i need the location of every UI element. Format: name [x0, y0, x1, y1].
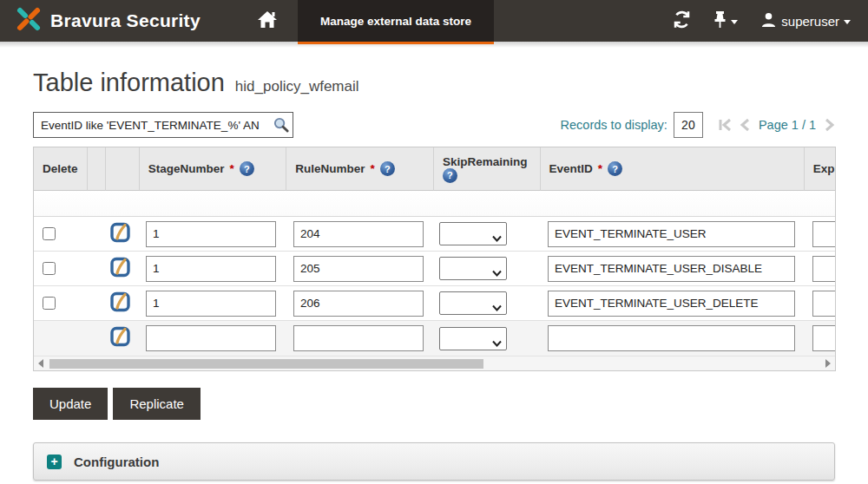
filter-search-input[interactable]: [33, 112, 293, 138]
scrollbar-track[interactable]: [48, 356, 821, 371]
brand[interactable]: Bravura Security: [0, 0, 201, 42]
header-delete: Delete: [34, 147, 88, 191]
data-table: Delete StageNumber * ? RuleNumber * ? Sk…: [33, 147, 836, 371]
required-marker: *: [598, 162, 602, 175]
brand-name: Bravura Security: [50, 10, 201, 31]
configuration-section-header[interactable]: + Configuration: [33, 442, 835, 481]
header-skipremaining: SkipRemaining ?: [434, 147, 541, 191]
skipremaining-select[interactable]: [439, 222, 507, 245]
help-icon[interactable]: ?: [443, 168, 457, 183]
edit-row-icon[interactable]: [110, 257, 131, 281]
expr-input[interactable]: [812, 291, 836, 317]
help-icon[interactable]: ?: [380, 161, 395, 176]
rulenumber-input[interactable]: [293, 256, 424, 282]
edit-row-icon[interactable]: [110, 291, 131, 316]
header-expr: Expr: [805, 147, 836, 191]
table-header-row: Delete StageNumber * ? RuleNumber * ? Sk…: [34, 147, 836, 191]
expr-input[interactable]: [812, 256, 836, 282]
chevron-down-icon: [731, 20, 738, 24]
page-title: Table information: [33, 69, 225, 97]
page-subtitle: hid_policy_wfemail: [235, 78, 359, 95]
home-icon: [257, 10, 278, 32]
refresh-icon: [673, 10, 691, 32]
top-navbar: Bravura Security Manage external data st…: [0, 0, 868, 42]
delete-checkbox[interactable]: [43, 227, 56, 240]
eventid-input[interactable]: [548, 291, 795, 317]
stagenumber-input[interactable]: [146, 325, 276, 351]
rulenumber-input[interactable]: [293, 221, 424, 247]
scroll-left-arrow[interactable]: [34, 356, 48, 371]
skipremaining-select[interactable]: [439, 291, 507, 315]
next-page-icon[interactable]: [825, 118, 835, 132]
edit-row-icon[interactable]: [110, 326, 131, 350]
table-blank-row: [34, 191, 835, 217]
header-spacer: [88, 147, 106, 191]
expr-input[interactable]: [812, 221, 836, 247]
header-eventid: EventID * ?: [541, 147, 805, 191]
username-label: superuser: [781, 14, 839, 29]
records-to-display-input[interactable]: [674, 112, 703, 138]
page-indicator: Page 1 / 1: [759, 118, 816, 132]
pin-icon: [713, 10, 727, 32]
pin-menu[interactable]: [713, 10, 738, 32]
table-new-row: [34, 321, 836, 356]
rulenumber-input[interactable]: [293, 325, 424, 351]
help-icon[interactable]: ?: [240, 161, 254, 176]
configuration-label: Configuration: [74, 455, 159, 469]
delete-checkbox[interactable]: [43, 262, 56, 275]
required-marker: *: [230, 162, 234, 175]
stagenumber-input[interactable]: [146, 221, 276, 247]
replicate-button[interactable]: Replicate: [113, 388, 201, 420]
rulenumber-input[interactable]: [293, 291, 424, 317]
help-icon[interactable]: ?: [608, 161, 622, 176]
expand-plus-icon[interactable]: +: [47, 455, 62, 469]
bravura-logo-icon: [14, 4, 43, 37]
user-icon: [760, 11, 777, 31]
prev-page-icon[interactable]: [740, 118, 750, 132]
records-to-display-label: Records to display:: [561, 118, 667, 132]
header-rulenumber: RuleNumber * ?: [286, 147, 434, 191]
expr-input[interactable]: [812, 325, 836, 351]
first-page-icon[interactable]: [718, 118, 733, 132]
eventid-input[interactable]: [548, 256, 795, 282]
home-tab[interactable]: [237, 0, 298, 42]
required-marker: *: [371, 162, 375, 175]
chevron-down-icon: [844, 20, 851, 24]
stagenumber-input[interactable]: [146, 291, 276, 317]
table-row: [34, 286, 836, 321]
scroll-right-arrow[interactable]: [821, 356, 835, 371]
user-menu[interactable]: superuser: [760, 11, 851, 31]
header-edit: [106, 147, 140, 191]
tab-manage-external-data-store[interactable]: Manage external data store: [298, 0, 494, 44]
header-stagenumber: StageNumber * ?: [140, 147, 287, 191]
refresh-button[interactable]: [673, 10, 691, 32]
horizontal-scrollbar[interactable]: [34, 356, 835, 370]
skipremaining-select[interactable]: [439, 327, 507, 350]
table-row: [34, 252, 836, 286]
skipremaining-select[interactable]: [439, 257, 507, 280]
active-tab-label: Manage external data store: [320, 15, 471, 28]
update-button[interactable]: Update: [33, 388, 108, 420]
scrollbar-thumb[interactable]: [49, 359, 483, 369]
eventid-input[interactable]: [548, 221, 795, 247]
table-row: [34, 217, 836, 252]
search-icon[interactable]: [273, 116, 289, 136]
edit-row-icon[interactable]: [110, 222, 131, 246]
eventid-input[interactable]: [548, 325, 795, 351]
stagenumber-input[interactable]: [146, 256, 276, 282]
delete-checkbox[interactable]: [43, 297, 56, 310]
